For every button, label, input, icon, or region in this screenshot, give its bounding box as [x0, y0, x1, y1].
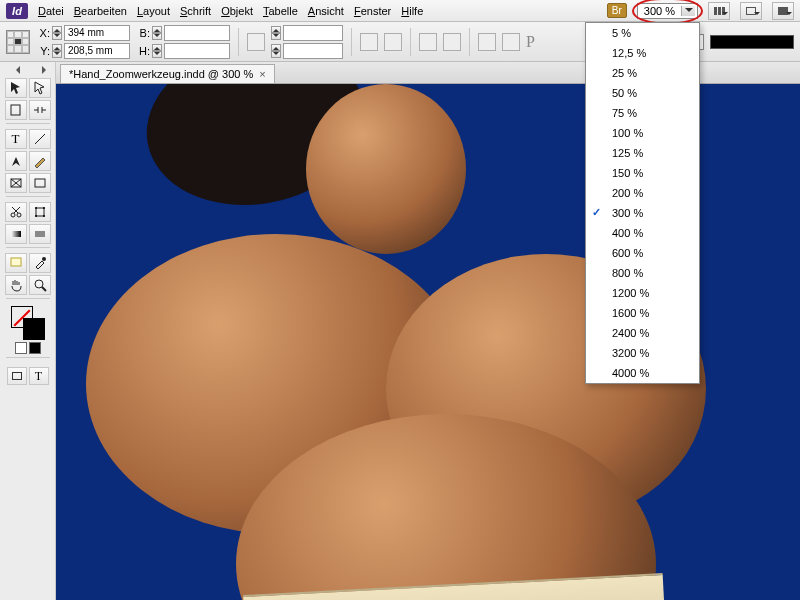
menu-fenster[interactable]: Fenster	[354, 5, 391, 17]
zoom-option[interactable]: 12,5 %	[586, 43, 699, 63]
flip-v-icon[interactable]	[443, 33, 461, 51]
eyedropper-tool[interactable]	[29, 253, 51, 273]
paragraph-style-icon: P	[526, 33, 535, 51]
separator	[410, 28, 411, 56]
close-icon[interactable]: ×	[259, 68, 265, 80]
menu-hilfe[interactable]: Hilfe	[401, 5, 423, 17]
h-label: H:	[136, 45, 150, 57]
fill-stroke-swatch[interactable]	[11, 306, 45, 340]
svg-point-12	[43, 215, 45, 217]
hand-tool[interactable]	[5, 275, 27, 295]
direct-selection-tool[interactable]	[29, 78, 51, 98]
gradient-feather-tool[interactable]	[29, 224, 51, 244]
h-input[interactable]	[164, 43, 230, 59]
menu-ansicht[interactable]: Ansicht	[308, 5, 344, 17]
separator	[469, 28, 470, 56]
selection-tool[interactable]	[5, 78, 27, 98]
scissors-tool[interactable]	[5, 202, 27, 222]
scaley-stepper[interactable]	[271, 44, 281, 58]
bridge-button[interactable]: Br	[607, 3, 627, 18]
zoom-option[interactable]: 600 %	[586, 243, 699, 263]
menu-schrift[interactable]: Schrift	[180, 5, 211, 17]
zoom-level-combo[interactable]: 300 %	[637, 3, 698, 19]
stroke-style-preview[interactable]	[710, 35, 794, 49]
menu-bar: Id Datei Bearbeiten Layout Schrift Objek…	[0, 0, 800, 22]
stroke-swatch-icon[interactable]	[23, 318, 45, 340]
chevron-down-icon[interactable]	[681, 6, 695, 16]
rotate-icon[interactable]	[360, 33, 378, 51]
menu-tabelle[interactable]: Tabelle	[263, 5, 298, 17]
zoom-option[interactable]: 100 %	[586, 123, 699, 143]
zoom-option[interactable]: 75 %	[586, 103, 699, 123]
zoom-option[interactable]: 50 %	[586, 83, 699, 103]
svg-rect-5	[35, 179, 45, 187]
preview-mode[interactable]: T	[29, 367, 49, 385]
zoom-option[interactable]: ✓300 %	[586, 203, 699, 223]
select-container-icon[interactable]	[478, 33, 496, 51]
flip-h-icon[interactable]	[419, 33, 437, 51]
scalex-stepper[interactable]	[271, 26, 281, 40]
screen-mode-button[interactable]	[740, 2, 762, 20]
zoom-option[interactable]: 25 %	[586, 63, 699, 83]
position-fields: X: Y:	[36, 25, 130, 59]
svg-point-17	[35, 280, 43, 288]
panel-collapse-left-icon[interactable]	[10, 66, 20, 76]
select-content-icon[interactable]	[502, 33, 520, 51]
scalex-input[interactable]	[283, 25, 343, 41]
view-mode-button-1[interactable]	[708, 2, 730, 20]
scaley-input[interactable]	[283, 43, 343, 59]
svg-point-10	[43, 207, 45, 209]
zoom-option[interactable]: 800 %	[586, 263, 699, 283]
w-stepper[interactable]	[152, 26, 162, 40]
zoom-option[interactable]: 200 %	[586, 183, 699, 203]
zoom-option[interactable]: 1200 %	[586, 283, 699, 303]
panel-collapse-right-icon[interactable]	[40, 66, 50, 76]
separator	[238, 28, 239, 56]
free-transform-tool[interactable]	[29, 202, 51, 222]
zoom-option[interactable]: 3200 %	[586, 343, 699, 363]
scale-x-icon[interactable]	[247, 33, 265, 51]
zoom-option[interactable]: 2400 %	[586, 323, 699, 343]
rectangle-frame-tool[interactable]	[5, 173, 27, 193]
line-tool[interactable]	[29, 129, 51, 149]
menu-datei[interactable]: Datei	[38, 5, 64, 17]
zoom-option[interactable]: 1600 %	[586, 303, 699, 323]
y-label: Y:	[36, 45, 50, 57]
note-tool[interactable]	[5, 253, 27, 273]
arrange-button[interactable]	[772, 2, 794, 20]
zoom-tool[interactable]	[29, 275, 51, 295]
page-tool[interactable]	[5, 100, 27, 120]
zoom-option[interactable]: 5 %	[586, 23, 699, 43]
default-swatches[interactable]	[15, 342, 41, 354]
zoom-option[interactable]: 150 %	[586, 163, 699, 183]
pencil-tool[interactable]	[29, 151, 51, 171]
menu-layout[interactable]: Layout	[137, 5, 170, 17]
svg-line-18	[42, 287, 46, 291]
y-input[interactable]	[64, 43, 130, 59]
svg-rect-13	[11, 231, 21, 237]
document-tab[interactable]: *Hand_Zoomwerkzeug.indd @ 300 % ×	[60, 64, 275, 83]
zoom-option[interactable]: 125 %	[586, 143, 699, 163]
x-stepper[interactable]	[52, 26, 62, 40]
reference-point-grid[interactable]	[6, 30, 30, 54]
y-stepper[interactable]	[52, 44, 62, 58]
svg-rect-0	[11, 105, 20, 115]
menu-objekt[interactable]: Objekt	[221, 5, 253, 17]
menu-bearbeiten[interactable]: Bearbeiten	[74, 5, 127, 17]
shear-icon[interactable]	[384, 33, 402, 51]
w-label: B:	[136, 27, 150, 39]
normal-view-mode[interactable]	[7, 367, 27, 385]
type-tool[interactable]: T	[5, 129, 27, 149]
svg-rect-8	[36, 208, 44, 216]
gap-tool[interactable]	[29, 100, 51, 120]
tools-panel: T	[0, 62, 56, 600]
pen-tool[interactable]	[5, 151, 27, 171]
x-input[interactable]	[64, 25, 130, 41]
h-stepper[interactable]	[152, 44, 162, 58]
zoom-option[interactable]: 400 %	[586, 223, 699, 243]
w-input[interactable]	[164, 25, 230, 41]
zoom-option[interactable]: 4000 %	[586, 363, 699, 383]
rectangle-tool[interactable]	[29, 173, 51, 193]
svg-rect-14	[35, 231, 45, 237]
gradient-swatch-tool[interactable]	[5, 224, 27, 244]
